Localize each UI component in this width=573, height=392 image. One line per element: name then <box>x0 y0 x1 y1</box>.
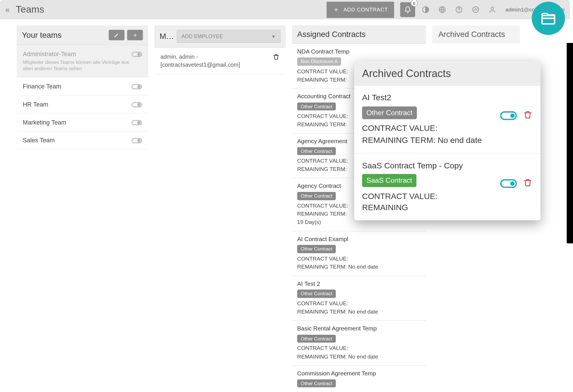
notification-badge: 6 <box>411 0 417 7</box>
team-item-finance[interactable]: Finance Team <box>17 77 148 95</box>
assigned-contract-card[interactable]: Basic Rental Agreement TempOther Contrac… <box>292 321 426 365</box>
member-label: admin, admin - [contractsavetest1@gmail.… <box>160 53 240 69</box>
team-toggle[interactable] <box>132 52 142 57</box>
assigned-contract-card[interactable]: Commission Agreement TempOther Contract <box>292 366 426 392</box>
svg-point-5 <box>491 7 493 9</box>
chart-icon[interactable] <box>469 3 482 16</box>
trash-icon <box>523 110 533 120</box>
team-toggle[interactable] <box>132 102 142 107</box>
archived-contract-card[interactable]: AI Test2 Other Contract CONTRACT VALUE: … <box>354 86 540 154</box>
plus-icon: ＋ <box>333 5 340 14</box>
team-toggle[interactable] <box>132 138 142 143</box>
contract-value-label: CONTRACT VALUE: <box>297 344 421 353</box>
contract-tag: Other Contract <box>297 290 336 298</box>
contract-tag: Non Disclosure A <box>297 58 341 66</box>
help-icon[interactable] <box>453 3 465 16</box>
bell-icon <box>404 6 411 13</box>
assigned-contract-card[interactable]: AI Test 2Other ContractCONTRACT VALUE:RE… <box>292 276 426 321</box>
archived-column-title-bg: Archived Contracts <box>432 25 520 44</box>
contract-value-label: CONTRACT VALUE: <box>297 300 421 308</box>
decorative-edge <box>567 43 573 243</box>
delete-contract-button[interactable] <box>523 110 533 122</box>
contract-title: AI Test2 <box>362 92 495 104</box>
contract-term-label: REMAINING TERM: No end date <box>362 134 495 146</box>
contract-value-label: CONTRACT VALUE: <box>362 190 495 202</box>
contract-tag: SaaS Contract <box>362 174 417 187</box>
contract-title: NDA Contract Temp <box>297 47 421 56</box>
topbar: « Teams ＋ ADD CONTRACT 6 <box>0 0 570 19</box>
popup-title: Archived Contracts <box>354 61 540 86</box>
contract-tag: Other Contract <box>297 379 336 387</box>
team-name: Administrator-Team <box>23 50 132 57</box>
contract-term-label: REMAINING <box>362 202 495 214</box>
archived-contracts-column-bg: Archived Contracts <box>432 25 520 44</box>
contrast-icon[interactable] <box>419 3 432 16</box>
team-item-sales[interactable]: Sales Team <box>17 131 148 149</box>
contract-term-label: REMAINING TERM: No end date <box>297 263 421 271</box>
add-contract-button[interactable]: ＋ ADD CONTRACT <box>327 1 394 18</box>
assigned-contract-card[interactable]: AI Contract ExamplOther ContractCONTRACT… <box>292 231 426 276</box>
contract-tag: Other Contract <box>297 334 336 342</box>
contract-value-label: CONTRACT VALUE: <box>297 255 421 263</box>
edit-teams-button[interactable] <box>109 30 124 40</box>
remove-member-button[interactable] <box>273 53 280 61</box>
add-employee-dropdown[interactable]: ADD EMPLOYEE ▼ <box>177 30 281 43</box>
pencil-icon <box>114 32 119 38</box>
contract-title: AI Test 2 <box>297 279 421 288</box>
svg-point-3 <box>459 11 459 11</box>
assigned-column-title: Assigned Contracts <box>297 30 421 39</box>
team-item-hr[interactable]: HR Team <box>17 95 148 113</box>
user-icon[interactable] <box>486 3 499 16</box>
trash-icon <box>523 177 533 188</box>
members-column-title: M… <box>160 32 174 41</box>
team-desc: Mitglieder dieses Teams können alle Vert… <box>23 59 132 72</box>
archive-toggle[interactable] <box>500 179 517 188</box>
contract-title: AI Contract Exampl <box>297 235 421 244</box>
contract-term-label: REMAINING TERM: No end date <box>297 308 421 316</box>
page-title: Teams <box>16 4 44 15</box>
globe-icon[interactable] <box>436 3 448 16</box>
teams-column: Your teams ＋ Administrator-Team Mitglied… <box>17 25 148 149</box>
teams-column-title: Your teams <box>22 30 106 40</box>
archived-contracts-popup: Archived Contracts AI Test2 Other Contra… <box>354 61 540 220</box>
add-employee-placeholder: ADD EMPLOYEE <box>181 33 223 39</box>
contract-term-label: REMAINING TERM: No end date <box>297 352 421 361</box>
add-team-button[interactable]: ＋ <box>127 30 143 40</box>
contract-tag: Other Contract <box>297 102 336 110</box>
archive-toggle[interactable] <box>500 111 517 120</box>
team-item-administrator[interactable]: Administrator-Team Mitglieder dieses Tea… <box>17 45 148 78</box>
contract-tag: Other Contract <box>362 107 417 119</box>
archive-fab[interactable] <box>532 2 565 35</box>
archived-contract-card[interactable]: SaaS Contract Temp - Copy SaaS Contract … <box>354 153 540 220</box>
contract-tag: Other Contract <box>297 245 336 253</box>
member-row[interactable]: admin, admin - [contractsavetest1@gmail.… <box>154 48 286 75</box>
team-item-marketing[interactable]: Marketing Team <box>17 113 148 131</box>
team-toggle[interactable] <box>132 120 142 125</box>
contract-value-label: CONTRACT VALUE: <box>362 123 495 134</box>
contract-title: Commission Agreement Temp <box>297 369 421 378</box>
delete-contract-button[interactable] <box>523 177 533 190</box>
back-chevrons-icon[interactable]: « <box>5 5 9 14</box>
contract-tag: Other Contract <box>297 147 336 155</box>
trash-icon <box>273 53 280 61</box>
contract-title: Basic Rental Agreement Temp <box>297 324 421 333</box>
plus-icon: ＋ <box>132 31 138 39</box>
folder-archive-icon <box>540 10 557 27</box>
team-toggle[interactable] <box>132 84 142 89</box>
caret-down-icon: ▼ <box>271 34 276 39</box>
contract-title: SaaS Contract Temp - Copy <box>362 160 495 172</box>
contract-tag: Other Contract <box>297 192 336 200</box>
members-column: M… ADD EMPLOYEE ▼ admin, admin - [contra… <box>154 25 286 75</box>
add-contract-label: ADD CONTRACT <box>344 7 388 13</box>
notifications-button[interactable]: 6 <box>400 2 415 17</box>
